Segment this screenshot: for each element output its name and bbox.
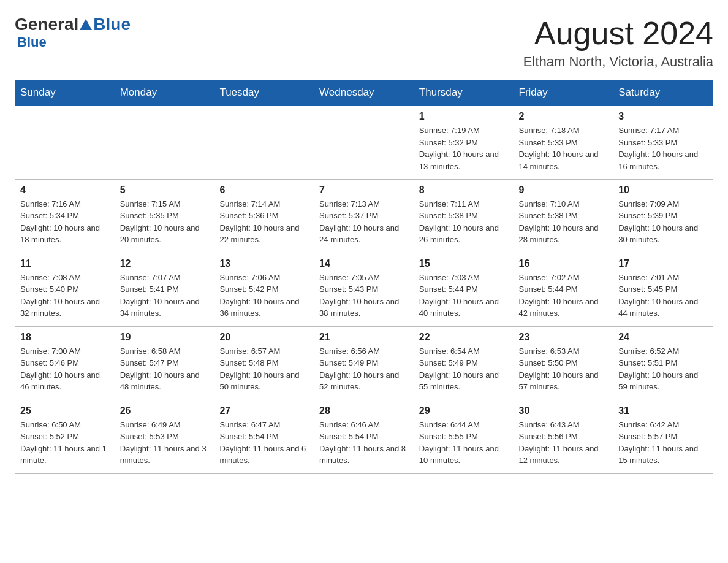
- day-info: Sunrise: 6:43 AMSunset: 5:56 PMDaylight:…: [519, 419, 609, 467]
- calendar-cell: 21Sunrise: 6:56 AMSunset: 5:49 PMDayligh…: [314, 326, 414, 400]
- calendar-cell: 26Sunrise: 6:49 AMSunset: 5:53 PMDayligh…: [115, 400, 214, 473]
- logo-blue-text: Blue: [93, 15, 131, 34]
- calendar-cell: 19Sunrise: 6:58 AMSunset: 5:47 PMDayligh…: [115, 326, 214, 400]
- day-number: 1: [419, 111, 509, 122]
- calendar-cell: 6Sunrise: 7:14 AMSunset: 5:36 PMDaylight…: [214, 179, 314, 253]
- calendar-cell: 7Sunrise: 7:13 AMSunset: 5:37 PMDaylight…: [314, 179, 414, 253]
- day-number: 5: [120, 185, 210, 196]
- calendar-cell: 31Sunrise: 6:42 AMSunset: 5:57 PMDayligh…: [613, 400, 713, 473]
- day-number: 26: [120, 405, 210, 416]
- calendar-cell: 9Sunrise: 7:10 AMSunset: 5:38 PMDaylight…: [514, 179, 613, 253]
- logo-triangle-icon: [80, 19, 92, 30]
- header: General Blue Blue August 2024 Eltham Nor…: [15, 15, 713, 70]
- day-number: 11: [20, 258, 110, 269]
- calendar-cell: 27Sunrise: 6:47 AMSunset: 5:54 PMDayligh…: [214, 400, 314, 473]
- calendar-cell: 29Sunrise: 6:44 AMSunset: 5:55 PMDayligh…: [414, 400, 514, 473]
- header-friday: Friday: [514, 80, 613, 106]
- calendar-cell: [115, 105, 214, 179]
- day-info: Sunrise: 7:11 AMSunset: 5:38 PMDaylight:…: [419, 198, 509, 246]
- title-area: August 2024 Eltham North, Victoria, Aust…: [523, 15, 713, 70]
- day-info: Sunrise: 7:14 AMSunset: 5:36 PMDaylight:…: [219, 198, 309, 246]
- header-monday: Monday: [115, 80, 214, 106]
- calendar-cell: [214, 105, 314, 179]
- calendar-cell: 2Sunrise: 7:18 AMSunset: 5:33 PMDaylight…: [514, 105, 613, 179]
- day-number: 30: [519, 405, 609, 416]
- logo-underline: Blue: [17, 34, 47, 50]
- day-number: 28: [319, 405, 409, 416]
- day-info: Sunrise: 7:10 AMSunset: 5:38 PMDaylight:…: [519, 198, 609, 246]
- day-info: Sunrise: 6:49 AMSunset: 5:53 PMDaylight:…: [120, 419, 210, 467]
- day-info: Sunrise: 7:17 AMSunset: 5:33 PMDaylight:…: [618, 124, 708, 172]
- calendar-cell: [15, 105, 115, 179]
- week-row-4: 25Sunrise: 6:50 AMSunset: 5:52 PMDayligh…: [15, 400, 713, 473]
- calendar-cell: 15Sunrise: 7:03 AMSunset: 5:44 PMDayligh…: [414, 253, 514, 326]
- calendar-cell: 18Sunrise: 7:00 AMSunset: 5:46 PMDayligh…: [15, 326, 115, 400]
- calendar-cell: 23Sunrise: 6:53 AMSunset: 5:50 PMDayligh…: [514, 326, 613, 400]
- day-info: Sunrise: 7:15 AMSunset: 5:35 PMDaylight:…: [120, 198, 210, 246]
- calendar-cell: 28Sunrise: 6:46 AMSunset: 5:54 PMDayligh…: [314, 400, 414, 473]
- main-title: August 2024: [523, 15, 713, 52]
- day-number: 12: [120, 258, 210, 269]
- logo: General Blue Blue: [15, 15, 131, 50]
- day-info: Sunrise: 7:00 AMSunset: 5:46 PMDaylight:…: [20, 345, 110, 393]
- day-info: Sunrise: 7:18 AMSunset: 5:33 PMDaylight:…: [519, 124, 609, 172]
- day-number: 16: [519, 258, 609, 269]
- calendar-cell: 24Sunrise: 6:52 AMSunset: 5:51 PMDayligh…: [613, 326, 713, 400]
- day-info: Sunrise: 6:54 AMSunset: 5:49 PMDaylight:…: [419, 345, 509, 393]
- day-number: 7: [319, 185, 409, 196]
- logo-general-text: General: [15, 15, 78, 34]
- calendar-cell: 22Sunrise: 6:54 AMSunset: 5:49 PMDayligh…: [414, 326, 514, 400]
- day-number: 22: [419, 332, 509, 343]
- calendar-cell: 3Sunrise: 7:17 AMSunset: 5:33 PMDaylight…: [613, 105, 713, 179]
- calendar-header-row: SundayMondayTuesdayWednesdayThursdayFrid…: [15, 80, 713, 106]
- day-info: Sunrise: 7:02 AMSunset: 5:44 PMDaylight:…: [519, 272, 609, 320]
- day-info: Sunrise: 7:06 AMSunset: 5:42 PMDaylight:…: [219, 272, 309, 320]
- week-row-3: 18Sunrise: 7:00 AMSunset: 5:46 PMDayligh…: [15, 326, 713, 400]
- day-number: 2: [519, 111, 609, 122]
- subtitle: Eltham North, Victoria, Australia: [523, 54, 713, 70]
- day-info: Sunrise: 6:57 AMSunset: 5:48 PMDaylight:…: [219, 345, 309, 393]
- day-number: 20: [219, 332, 309, 343]
- calendar: SundayMondayTuesdayWednesdayThursdayFrid…: [15, 80, 713, 474]
- day-info: Sunrise: 6:52 AMSunset: 5:51 PMDaylight:…: [618, 345, 708, 393]
- week-row-0: 1Sunrise: 7:19 AMSunset: 5:32 PMDaylight…: [15, 105, 713, 179]
- day-info: Sunrise: 7:16 AMSunset: 5:34 PMDaylight:…: [20, 198, 110, 246]
- calendar-cell: 11Sunrise: 7:08 AMSunset: 5:40 PMDayligh…: [15, 253, 115, 326]
- day-number: 6: [219, 185, 309, 196]
- calendar-cell: 12Sunrise: 7:07 AMSunset: 5:41 PMDayligh…: [115, 253, 214, 326]
- day-info: Sunrise: 7:07 AMSunset: 5:41 PMDaylight:…: [120, 272, 210, 320]
- header-sunday: Sunday: [15, 80, 115, 106]
- day-number: 24: [618, 332, 708, 343]
- calendar-cell: 20Sunrise: 6:57 AMSunset: 5:48 PMDayligh…: [214, 326, 314, 400]
- day-info: Sunrise: 6:44 AMSunset: 5:55 PMDaylight:…: [419, 419, 509, 467]
- day-info: Sunrise: 6:53 AMSunset: 5:50 PMDaylight:…: [519, 345, 609, 393]
- day-number: 18: [20, 332, 110, 343]
- day-number: 19: [120, 332, 210, 343]
- week-row-1: 4Sunrise: 7:16 AMSunset: 5:34 PMDaylight…: [15, 179, 713, 253]
- day-number: 14: [319, 258, 409, 269]
- day-info: Sunrise: 6:46 AMSunset: 5:54 PMDaylight:…: [319, 419, 409, 467]
- day-info: Sunrise: 6:50 AMSunset: 5:52 PMDaylight:…: [20, 419, 110, 467]
- calendar-cell: 30Sunrise: 6:43 AMSunset: 5:56 PMDayligh…: [514, 400, 613, 473]
- day-info: Sunrise: 6:58 AMSunset: 5:47 PMDaylight:…: [120, 345, 210, 393]
- day-info: Sunrise: 7:08 AMSunset: 5:40 PMDaylight:…: [20, 272, 110, 320]
- day-number: 31: [618, 405, 708, 416]
- header-thursday: Thursday: [414, 80, 514, 106]
- calendar-cell: [314, 105, 414, 179]
- day-number: 27: [219, 405, 309, 416]
- calendar-cell: 5Sunrise: 7:15 AMSunset: 5:35 PMDaylight…: [115, 179, 214, 253]
- week-row-2: 11Sunrise: 7:08 AMSunset: 5:40 PMDayligh…: [15, 253, 713, 326]
- calendar-cell: 14Sunrise: 7:05 AMSunset: 5:43 PMDayligh…: [314, 253, 414, 326]
- day-info: Sunrise: 6:56 AMSunset: 5:49 PMDaylight:…: [319, 345, 409, 393]
- day-number: 25: [20, 405, 110, 416]
- day-number: 8: [419, 185, 509, 196]
- calendar-cell: 13Sunrise: 7:06 AMSunset: 5:42 PMDayligh…: [214, 253, 314, 326]
- day-number: 3: [618, 111, 708, 122]
- day-info: Sunrise: 7:19 AMSunset: 5:32 PMDaylight:…: [419, 124, 509, 172]
- header-wednesday: Wednesday: [314, 80, 414, 106]
- day-info: Sunrise: 7:05 AMSunset: 5:43 PMDaylight:…: [319, 272, 409, 320]
- calendar-cell: 17Sunrise: 7:01 AMSunset: 5:45 PMDayligh…: [613, 253, 713, 326]
- calendar-cell: 1Sunrise: 7:19 AMSunset: 5:32 PMDaylight…: [414, 105, 514, 179]
- day-number: 10: [618, 185, 708, 196]
- day-info: Sunrise: 7:01 AMSunset: 5:45 PMDaylight:…: [618, 272, 708, 320]
